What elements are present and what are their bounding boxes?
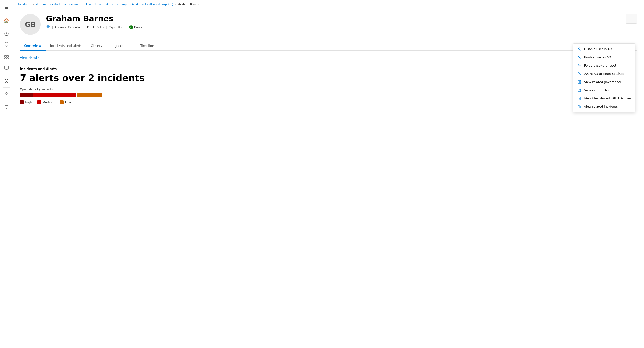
- person-icon[interactable]: [2, 89, 11, 99]
- svg-line-15: [578, 48, 580, 50]
- sidebar-divider-4: [3, 74, 10, 74]
- view-shared-files-icon: [577, 96, 582, 100]
- svg-point-18: [579, 66, 580, 66]
- tab-timeline[interactable]: Timeline: [136, 42, 158, 51]
- tabs-bar: Overview Incidents and alerts Observed i…: [20, 42, 637, 51]
- legend-label-low: Low: [65, 101, 71, 104]
- dropdown-view-shared-files[interactable]: View files shared with this user: [573, 94, 635, 102]
- sidebar: ☰ 🏠: [0, 0, 13, 348]
- shield-icon[interactable]: [2, 39, 11, 49]
- dropdown-disable-user[interactable]: Disable user in AD: [573, 45, 635, 53]
- section-divider: [20, 62, 106, 63]
- dropdown-view-related-incidents[interactable]: View related incidents: [573, 102, 635, 111]
- dropdown-menu: Disable user in AD Enable user in AD: [573, 43, 635, 112]
- sidebar-divider-5: [3, 87, 10, 88]
- breadcrumb-incidents[interactable]: Incidents: [18, 3, 31, 6]
- device-icon[interactable]: [2, 102, 11, 112]
- shield2-icon[interactable]: [2, 76, 11, 86]
- tab-observed[interactable]: Observed in organization: [86, 42, 136, 51]
- dropdown-azure-ad[interactable]: Azure AD account settings: [573, 70, 635, 78]
- view-related-incidents-icon: [577, 105, 582, 109]
- view-details-link[interactable]: View details: [20, 56, 40, 60]
- svg-point-16: [579, 56, 580, 57]
- main-content: Incidents › Human-operated ransomware at…: [13, 0, 644, 348]
- user-header: GB Graham Barnes | Account Execu: [20, 14, 637, 35]
- clock-icon[interactable]: [2, 29, 11, 38]
- azure-ad-icon: [577, 72, 582, 76]
- dropdown-force-password-label: Force password reset: [584, 64, 616, 67]
- tab-overview[interactable]: Overview: [20, 42, 46, 51]
- legend-label-medium: Medium: [42, 101, 54, 104]
- dropdown-view-governance[interactable]: View related governance: [573, 78, 635, 86]
- view-governance-icon: [577, 80, 582, 84]
- dropdown-enable-user[interactable]: Enable user in AD: [573, 53, 635, 61]
- dropdown-view-owned-files[interactable]: View owned files: [573, 86, 635, 94]
- enable-user-icon: [577, 55, 582, 59]
- apps-icon[interactable]: [2, 52, 11, 62]
- user-dept: Dept: Sales: [87, 25, 104, 29]
- status-badge: ✓ Enabled: [129, 25, 146, 29]
- disable-user-icon: [577, 47, 582, 51]
- view-owned-files-icon: [577, 88, 582, 92]
- dropdown-view-owned-files-label: View owned files: [584, 88, 610, 92]
- svg-point-9: [6, 108, 7, 109]
- legend-low: Low: [60, 100, 71, 104]
- org-icon: [46, 25, 50, 30]
- dropdown-view-governance-label: View related governance: [584, 80, 622, 84]
- svg-rect-12: [48, 27, 49, 28]
- svg-point-7: [6, 92, 7, 94]
- svg-rect-5: [4, 66, 8, 69]
- dropdown-force-password[interactable]: Force password reset: [573, 61, 635, 70]
- meta-sep-4: |: [126, 25, 128, 29]
- status-label: Enabled: [134, 25, 146, 29]
- severity-legend: High Medium Low: [20, 100, 637, 104]
- dropdown-enable-user-label: Enable user in AD: [584, 55, 611, 59]
- sidebar-divider-1: [3, 14, 10, 14]
- svg-rect-19: [578, 65, 581, 65]
- legend-swatch-high: [20, 100, 24, 104]
- monitor-icon[interactable]: [2, 63, 11, 72]
- meta-sep-2: |: [84, 25, 86, 29]
- user-name: Graham Barnes: [46, 14, 621, 23]
- meta-sep-3: |: [106, 25, 107, 29]
- incidents-label: Incidents and Alerts: [20, 67, 637, 71]
- dropdown-view-related-incidents-label: View related incidents: [584, 105, 618, 108]
- legend-medium: Medium: [37, 100, 54, 104]
- meta-sep-1: |: [52, 25, 53, 29]
- bar-medium: [33, 93, 76, 97]
- legend-high: High: [20, 100, 32, 104]
- dropdown-azure-ad-label: Azure AD account settings: [584, 72, 624, 75]
- svg-rect-13: [49, 27, 50, 28]
- svg-rect-4: [7, 57, 8, 59]
- dropdown-view-shared-files-label: View files shared with this user: [584, 97, 631, 100]
- breadcrumb: Incidents › Human-operated ransomware at…: [13, 0, 644, 9]
- avatar: GB: [20, 14, 41, 35]
- dropdown-disable-user-label: Disable user in AD: [584, 47, 612, 51]
- user-type: Type: User: [109, 25, 125, 29]
- svg-marker-20: [578, 72, 581, 75]
- severity-label: Open alerts by severity: [20, 88, 637, 91]
- bar-low: [76, 93, 102, 97]
- sidebar-divider-2: [3, 27, 10, 27]
- breadcrumb-sep-1: ›: [33, 2, 34, 6]
- legend-label-high: High: [25, 101, 32, 104]
- breadcrumb-sep-2: ›: [175, 2, 176, 6]
- status-dot: ✓: [129, 25, 133, 29]
- tab-incidents-alerts[interactable]: Incidents and alerts: [46, 42, 86, 51]
- severity-bar: [20, 93, 102, 97]
- menu-icon[interactable]: ☰: [2, 2, 11, 12]
- breadcrumb-incident-title[interactable]: Human-operated ransomware attack was lau…: [36, 3, 173, 6]
- user-info: Graham Barnes | Account Executive |: [46, 14, 621, 30]
- user-meta: | Account Executive | Dept: Sales | Type…: [46, 25, 621, 30]
- content-area: GB Graham Barnes | Account Execu: [13, 9, 644, 348]
- svg-rect-10: [48, 25, 49, 26]
- more-options-button[interactable]: ···: [626, 14, 637, 23]
- svg-point-27: [579, 107, 580, 107]
- svg-rect-11: [46, 27, 47, 28]
- force-password-icon: [577, 64, 582, 67]
- legend-swatch-low: [60, 100, 64, 104]
- bar-high: [20, 93, 33, 97]
- legend-swatch-medium: [37, 100, 41, 104]
- home-icon[interactable]: 🏠: [2, 16, 11, 25]
- incidents-count: 7 alerts over 2 incidents: [20, 73, 637, 83]
